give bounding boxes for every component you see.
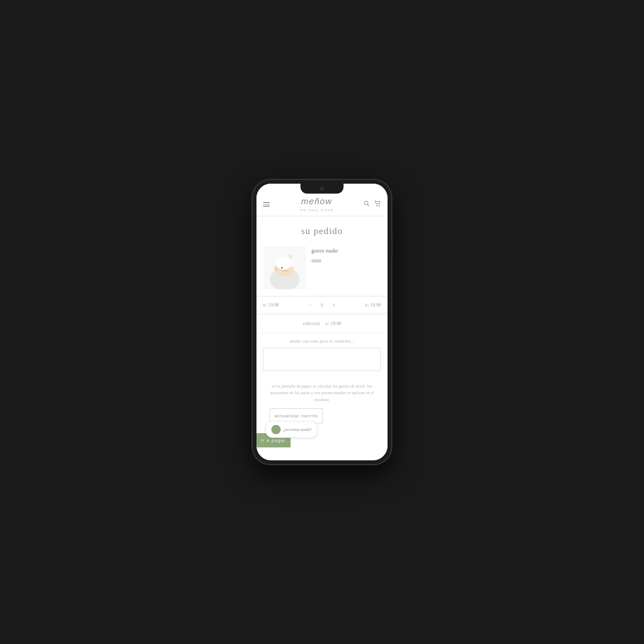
total-price: s/. 19.90 xyxy=(358,302,381,308)
menu-line-2 xyxy=(263,204,270,205)
phone-frame: meñow the baby brand xyxy=(253,180,391,464)
logo-container: meñow the baby brand xyxy=(270,196,364,212)
note-section: añadir una nota para el vendedor... xyxy=(256,333,388,378)
remove-button[interactable]: quitar xyxy=(311,257,381,263)
header-icons xyxy=(364,201,381,208)
subtotal-row: subtotal s/. 19.90 xyxy=(256,314,388,333)
quantity-controls: − 1 + xyxy=(306,301,338,309)
menu-line-3 xyxy=(263,206,270,207)
cart-icon[interactable] xyxy=(374,201,381,208)
help-bubble[interactable]: ¿necesitas ayuda? xyxy=(266,421,317,438)
svg-point-2 xyxy=(377,205,378,206)
logo-tagline: the baby brand xyxy=(300,208,334,212)
phone-screen: meñow the baby brand xyxy=(256,184,388,460)
product-name: gorro nudo xyxy=(311,248,381,254)
search-icon[interactable] xyxy=(364,201,370,208)
page-title: su pedido xyxy=(256,216,388,243)
logo-text: meñow xyxy=(270,196,364,207)
svg-point-12 xyxy=(285,270,288,272)
menu-button[interactable] xyxy=(263,202,270,207)
menu-line-1 xyxy=(263,202,270,203)
subtotal-label: subtotal xyxy=(303,321,320,326)
info-text: en la pantalla de pagos se calculan los … xyxy=(256,378,388,408)
product-image xyxy=(263,246,306,289)
help-bubble-text: ¿necesitas ayuda? xyxy=(283,427,312,432)
decrease-qty-button[interactable]: − xyxy=(306,301,314,309)
svg-point-3 xyxy=(379,205,380,206)
note-textarea[interactable] xyxy=(263,348,381,371)
product-info: gorro nudo quitar xyxy=(311,246,381,263)
phone-notch xyxy=(300,184,344,194)
qty-price-row: s/. 19.90 − 1 + s/. 19.90 xyxy=(256,296,388,314)
note-label: añadir una nota para el vendedor... xyxy=(263,339,381,344)
quantity-value: 1 xyxy=(319,302,325,308)
subtotal-value: s/. 19.90 xyxy=(325,321,341,326)
notch-camera xyxy=(320,187,324,191)
product-section: gorro nudo quitar xyxy=(256,243,388,296)
increase-qty-button[interactable]: + xyxy=(330,301,338,309)
svg-point-11 xyxy=(281,267,283,268)
svg-point-7 xyxy=(274,266,278,271)
unit-price: s/. 19.90 xyxy=(263,302,286,308)
svg-line-1 xyxy=(368,205,369,206)
screen-content[interactable]: meñow the baby brand xyxy=(256,184,388,460)
